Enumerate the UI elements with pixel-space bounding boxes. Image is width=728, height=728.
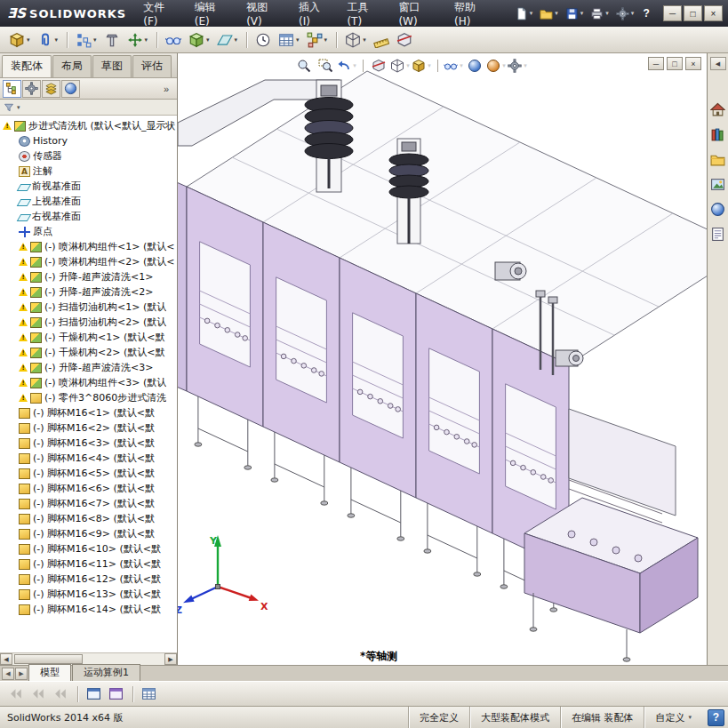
hide-show-items-button[interactable] (443, 56, 464, 76)
tree-item[interactable]: (-) 脚杯M16<5> (默认<默 (0, 466, 177, 481)
view-settings-button[interactable] (507, 56, 528, 76)
new-document-button[interactable] (512, 4, 536, 23)
tree-item[interactable]: ! (-) 喷淋机构组件<1> (默认< (0, 239, 177, 254)
featuremanager-tab[interactable] (3, 80, 21, 98)
tree-item[interactable]: ! (-) 升降-超声波清洗<3> (0, 360, 177, 375)
tree-item[interactable]: 传感器 (0, 148, 177, 164)
tree-item[interactable]: ! (-) 扫描切油机构<1> (默认 (0, 300, 177, 315)
display-style-button[interactable] (411, 56, 432, 76)
design-table-button[interactable] (138, 683, 160, 706)
tab-scroll-right-button[interactable]: ▶ (15, 668, 28, 680)
linear-component-pattern-button[interactable] (72, 28, 100, 52)
doc-close-button[interactable]: × (685, 57, 701, 70)
print-button[interactable] (588, 4, 612, 23)
tree-item[interactable]: ! (-) 喷淋机构组件<3> (默认 (0, 375, 177, 390)
command-tab[interactable]: 布局 (52, 55, 92, 77)
apply-scene-button[interactable] (485, 56, 507, 76)
options-button[interactable] (613, 4, 637, 23)
move-component-button[interactable] (124, 28, 152, 52)
view-orientation-button[interactable] (389, 56, 411, 76)
tree-item[interactable]: (-) 脚杯M16<4> (默认<默 (0, 451, 177, 466)
assembly-features-button[interactable] (185, 28, 213, 52)
tree-item[interactable]: ! (-) 喷淋机构组件<2> (默认< (0, 254, 177, 269)
tree-item[interactable]: 上视基准面 (0, 194, 177, 209)
insert-component-button[interactable] (5, 28, 34, 52)
zoom-fit-button[interactable] (293, 56, 315, 76)
status-help-button[interactable]: ? (708, 709, 724, 726)
tree-item[interactable]: ! (-) 干燥机构<1> (默认<默 (0, 330, 177, 345)
scrollbar-thumb[interactable] (14, 654, 83, 664)
measure-button[interactable] (370, 28, 393, 52)
tree-item[interactable]: ! (-) 扫描切油机构<2> (默认 (0, 315, 177, 330)
custom-properties-tab[interactable] (708, 225, 727, 244)
bill-of-materials-button[interactable] (275, 28, 303, 52)
tree-item[interactable]: (-) 脚杯M16<14> (默认<默 (0, 602, 177, 617)
tree-item[interactable]: (-) 脚杯M16<1> (默认<默 (0, 405, 177, 420)
view-palette-tab[interactable] (708, 175, 727, 194)
document-tab[interactable]: 运动算例1 (72, 664, 140, 681)
propertymanager-tab[interactable] (22, 80, 41, 98)
tree-item[interactable]: (-) 脚杯M16<9> (默认<默 (0, 526, 177, 541)
zoom-area-button[interactable] (315, 56, 336, 76)
scrollbar-track[interactable] (12, 653, 164, 665)
tree-item[interactable]: History (0, 133, 177, 148)
tree-item[interactable]: ! (-) 干燥机构<2> (默认<默 (0, 345, 177, 360)
tree-item[interactable]: ! 步进式清洗机 (默认<默认_显示状 (0, 118, 177, 133)
new-window-button[interactable] (83, 683, 105, 706)
tab-scroll-left-button[interactable]: ◀ (2, 668, 14, 680)
tree-item[interactable]: 原点 (0, 224, 177, 239)
configurationmanager-tab[interactable] (42, 80, 60, 98)
edit-appearance-button[interactable] (464, 56, 485, 76)
doc-minimize-button[interactable]: ─ (648, 57, 664, 70)
tree-item[interactable]: 前视基准面 (0, 179, 177, 194)
status-customize-control[interactable]: 自定义 ▾ (644, 707, 702, 728)
reference-geometry-button[interactable] (213, 28, 242, 52)
open-button[interactable] (537, 4, 561, 23)
tree-item[interactable]: (-) 脚杯M16<13> (默认<默 (0, 587, 177, 602)
tree-item[interactable]: (-) 脚杯M16<10> (默认<默 (0, 541, 177, 556)
tree-scrollbar[interactable]: ◀ ▶ (0, 652, 177, 665)
command-tab[interactable]: 评估 (132, 55, 172, 77)
tree-item[interactable]: 右视基准面 (0, 209, 177, 224)
document-tab[interactable]: 模型 (28, 664, 71, 681)
design-library-tab[interactable] (708, 125, 727, 144)
nav-first-button[interactable] (5, 683, 28, 706)
tree-item[interactable]: (-) 脚杯M16<6> (默认<默 (0, 481, 177, 496)
tree-item[interactable]: (-) 脚杯M16<8> (默认<默 (0, 511, 177, 526)
tree-item[interactable]: (-) 脚杯M16<7> (默认<默 (0, 496, 177, 511)
section-view-button[interactable] (368, 56, 389, 76)
smart-fasteners-button[interactable] (100, 28, 124, 52)
interference-detection-button[interactable] (341, 28, 370, 52)
nav-next-button[interactable] (50, 683, 72, 706)
command-tab[interactable]: 草图 (92, 55, 132, 77)
close-button[interactable]: × (704, 5, 723, 21)
exploded-view-button[interactable] (303, 28, 332, 52)
help-button[interactable]: ? (636, 7, 656, 20)
solidworks-resources-tab[interactable] (708, 100, 727, 119)
section-tool-button[interactable] (393, 28, 416, 52)
panel-overflow-button[interactable]: » (158, 84, 174, 94)
mate-button[interactable] (34, 28, 62, 52)
show-hidden-components-button[interactable] (162, 28, 185, 52)
tree-item[interactable]: (-) 脚杯M16<12> (默认<默 (0, 572, 177, 587)
tree-item[interactable]: (-) 脚杯M16<3> (默认<默 (0, 436, 177, 451)
command-tab[interactable]: 装配体 (2, 55, 52, 77)
tree-item[interactable]: ! (-) 升降-超声波清洗<2> (0, 284, 177, 300)
split-window-button[interactable] (105, 683, 127, 706)
file-explorer-tab[interactable] (708, 150, 727, 169)
appearances-scenes-tab[interactable] (708, 200, 727, 219)
tree-item[interactable]: ! (-) 零件3^8060步进式清洗 (0, 390, 177, 405)
doc-restore-button[interactable]: □ (667, 57, 683, 70)
tree-item[interactable]: ! (-) 升降-超声波清洗<1> (0, 269, 177, 284)
graphics-area[interactable]: Y X Z ─□× *等轴测 (178, 53, 707, 665)
tree-item[interactable]: (-) 脚杯M16<2> (默认<默 (0, 420, 177, 436)
scroll-left-button[interactable]: ◀ (0, 653, 12, 665)
tree-filter-bar[interactable]: ▾ (0, 100, 177, 116)
minimize-button[interactable]: ─ (663, 5, 682, 21)
scroll-right-button[interactable]: ▶ (164, 653, 177, 665)
tree-item[interactable]: (-) 脚杯M16<11> (默认<默 (0, 556, 177, 572)
new-motion-study-button[interactable] (252, 28, 275, 52)
nav-prev-button[interactable] (28, 683, 50, 706)
previous-view-button[interactable] (336, 56, 357, 76)
displaymanager-tab[interactable] (61, 80, 80, 98)
